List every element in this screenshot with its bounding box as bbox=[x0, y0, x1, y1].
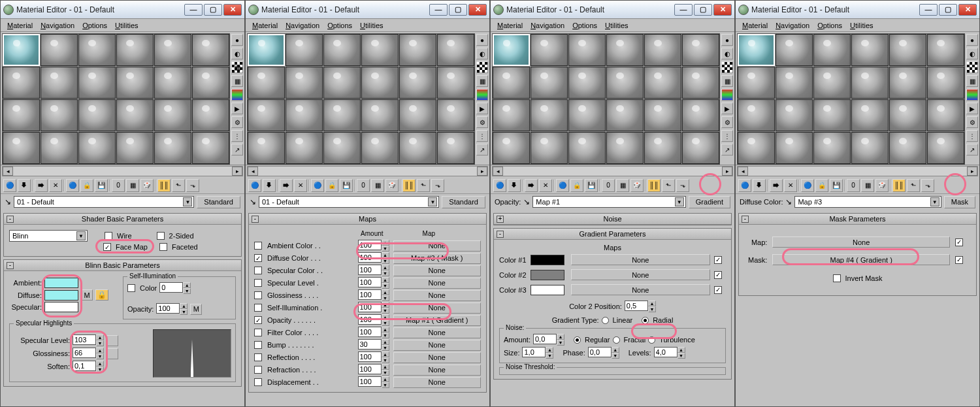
spin-up-icon[interactable]: ▲ bbox=[96, 334, 104, 340]
spin-down-icon[interactable]: ▼ bbox=[678, 353, 685, 359]
material-name-dropdown[interactable]: 01 - Default▼ bbox=[259, 196, 439, 208]
map-row-amount-spinner[interactable]: ▲▼ bbox=[358, 252, 391, 264]
two-sided-checkbox[interactable] bbox=[157, 232, 165, 240]
spin-down-icon[interactable]: ▼ bbox=[382, 270, 389, 276]
sample-slot[interactable] bbox=[493, 99, 530, 131]
minimize-button[interactable]: — bbox=[919, 4, 938, 16]
menu-navigation[interactable]: Navigation bbox=[283, 20, 322, 31]
map-type-button[interactable]: Mask bbox=[944, 196, 975, 208]
material-name-dropdown[interactable]: 01 - Default▼ bbox=[14, 196, 194, 208]
assign-icon[interactable]: 🡆 bbox=[280, 179, 293, 192]
map-row-amount-spinner[interactable]: ▲▼ bbox=[358, 277, 391, 289]
sample-slot[interactable] bbox=[644, 34, 681, 66]
menu-material[interactable]: Material bbox=[495, 20, 525, 31]
sample-slot[interactable] bbox=[776, 67, 813, 99]
put-to-scene-icon[interactable]: 🡇 bbox=[753, 179, 766, 192]
sample-type-icon[interactable]: ● bbox=[966, 34, 978, 46]
rollout-header[interactable]: -Shader Basic Parameters bbox=[4, 214, 241, 225]
sample-slot[interactable] bbox=[361, 67, 399, 99]
put-to-scene-icon[interactable]: 🡇 bbox=[508, 179, 521, 192]
map-row-checkbox[interactable] bbox=[254, 366, 262, 374]
map-row-checkbox[interactable] bbox=[254, 242, 262, 250]
rollout-area[interactable]: -Mask Parameters Map:None Mask:Map #4 ( … bbox=[736, 210, 979, 406]
sample-slot[interactable] bbox=[116, 132, 154, 164]
sample-slot[interactable] bbox=[78, 34, 116, 66]
sample-slot[interactable] bbox=[286, 67, 323, 99]
menu-utilities[interactable]: Utilities bbox=[112, 20, 140, 31]
map-row-amount-spinner[interactable]: ▲▼ bbox=[358, 327, 391, 338]
map-row-amount[interactable] bbox=[358, 265, 382, 275]
expand-icon[interactable]: + bbox=[497, 216, 504, 223]
sample-slot[interactable] bbox=[531, 67, 568, 99]
close-button[interactable]: ✕ bbox=[223, 4, 242, 16]
go-to-parent-icon[interactable]: ║║ bbox=[647, 179, 661, 192]
sample-slot[interactable] bbox=[889, 67, 926, 99]
sample-slot[interactable] bbox=[851, 132, 889, 164]
sample-slot[interactable] bbox=[116, 99, 154, 131]
menu-material[interactable]: Material bbox=[740, 20, 770, 31]
soften-value[interactable] bbox=[73, 361, 96, 371]
show-end-icon[interactable]: 🎲 bbox=[875, 179, 889, 192]
linear-radio[interactable] bbox=[602, 317, 609, 324]
map-row-checkbox[interactable] bbox=[254, 329, 262, 336]
sample-slot[interactable] bbox=[682, 132, 719, 164]
menu-utilities[interactable]: Utilities bbox=[602, 20, 630, 31]
map-row-button[interactable]: None bbox=[393, 265, 482, 276]
self-illum-spinner[interactable]: ▲▼ bbox=[159, 282, 191, 294]
collapse-icon[interactable]: - bbox=[742, 216, 749, 223]
chevron-down-icon[interactable]: ▼ bbox=[930, 197, 939, 206]
noise-levels-value[interactable] bbox=[654, 347, 678, 357]
self-illum-color-checkbox[interactable] bbox=[127, 284, 135, 292]
sample-slot[interactable] bbox=[851, 67, 889, 99]
scroll-left-icon[interactable]: ◂ bbox=[738, 167, 748, 176]
map-row-checkbox[interactable] bbox=[254, 316, 262, 324]
minimize-button[interactable]: — bbox=[429, 4, 448, 16]
sample-grid[interactable] bbox=[737, 33, 965, 165]
background-icon[interactable] bbox=[721, 61, 733, 73]
fractal-radio[interactable] bbox=[613, 336, 620, 344]
go-fwd-icon[interactable]: ⬎ bbox=[921, 179, 934, 192]
chevron-down-icon[interactable]: ▼ bbox=[76, 231, 86, 240]
titlebar[interactable]: Material Editor - 01 - Default — ▢ ✕ bbox=[1, 1, 244, 19]
spin-up-icon[interactable]: ▲ bbox=[382, 252, 389, 258]
sample-slot[interactable] bbox=[323, 132, 361, 164]
map-row-checkbox[interactable] bbox=[254, 279, 262, 287]
sample-slot[interactable] bbox=[361, 99, 399, 131]
spin-up-icon[interactable]: ▲ bbox=[382, 265, 389, 270]
make-unique-icon[interactable]: 🔒 bbox=[325, 179, 338, 192]
rollout-header[interactable]: +Noise bbox=[494, 214, 731, 225]
preview-icon[interactable]: ▶ bbox=[476, 103, 488, 114]
sample-slot[interactable] bbox=[889, 99, 926, 131]
map-row-button[interactable]: None bbox=[393, 327, 482, 338]
menu-utilities[interactable]: Utilities bbox=[357, 20, 385, 31]
colorcheck-icon[interactable] bbox=[476, 89, 488, 101]
preview-icon[interactable]: ▶ bbox=[721, 103, 733, 114]
sample-slot[interactable] bbox=[192, 99, 229, 131]
show-end-icon[interactable]: 🎲 bbox=[630, 179, 644, 192]
put-library-icon[interactable]: 💾 bbox=[95, 179, 108, 192]
spin-down-icon[interactable]: ▼ bbox=[96, 340, 104, 346]
color2-enable-checkbox[interactable] bbox=[714, 271, 722, 279]
mat-effects-icon[interactable]: 0 bbox=[602, 179, 615, 192]
options-icon[interactable]: ⚙ bbox=[231, 116, 243, 128]
make-copy-icon[interactable]: 🔵 bbox=[311, 179, 324, 192]
close-button[interactable]: ✕ bbox=[468, 4, 487, 16]
sample-slot[interactable] bbox=[851, 99, 889, 131]
sample-slot[interactable] bbox=[437, 67, 474, 99]
assign-icon[interactable]: 🡆 bbox=[525, 179, 538, 192]
spin-down-icon[interactable]: ▼ bbox=[382, 370, 389, 376]
uvtile-icon[interactable]: ▦ bbox=[721, 75, 733, 87]
map-row-amount-spinner[interactable]: ▲▼ bbox=[358, 351, 391, 363]
make-copy-icon[interactable]: 🔵 bbox=[66, 179, 79, 192]
sample-slot[interactable] bbox=[154, 67, 191, 99]
show-map-icon[interactable]: ▦ bbox=[371, 179, 384, 192]
gloss-spinner[interactable]: ▲▼ bbox=[73, 348, 104, 359]
sample-slot-selected[interactable] bbox=[248, 34, 285, 66]
collapse-icon[interactable]: - bbox=[252, 216, 259, 223]
go-up-icon[interactable]: ⬑ bbox=[907, 179, 920, 192]
wire-checkbox[interactable] bbox=[105, 232, 112, 240]
map-row-amount-spinner[interactable]: ▲▼ bbox=[358, 302, 391, 314]
gloss-value[interactable] bbox=[73, 348, 96, 358]
map-row-amount-spinner[interactable]: ▲▼ bbox=[358, 240, 391, 252]
sample-slot[interactable] bbox=[154, 34, 191, 66]
